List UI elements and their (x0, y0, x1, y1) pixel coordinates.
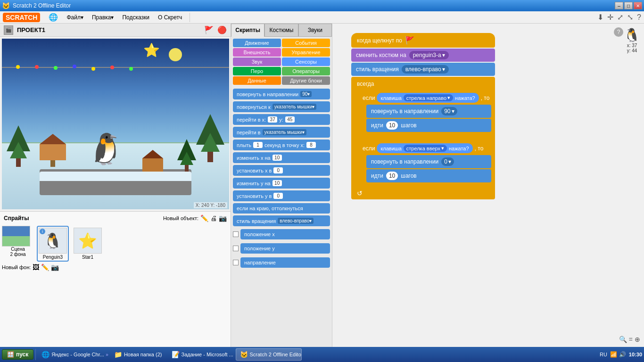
help-icon[interactable]: ? (637, 13, 641, 22)
set-y-input[interactable]: 0 (273, 193, 283, 199)
taskbar-item-scratch[interactable]: 🐱 Scratch 2 Offline Editor (236, 348, 302, 361)
tab-scripts[interactable]: Скрипты (231, 24, 264, 37)
turn-block-1[interactable]: повернуть в направлении 90 ▾ (366, 105, 491, 118)
block-go-to-xy[interactable]: перейти в x: 37 y: 45 (233, 114, 330, 125)
costume-dropdown[interactable]: penguin3-a ▾ (409, 51, 449, 59)
cat-operators[interactable]: Операторы (282, 67, 330, 75)
block-change-y[interactable]: изменить у на 10 (233, 178, 330, 189)
turn-direction-dropdown[interactable]: 90▾ (300, 91, 312, 97)
cat-sensing[interactable]: Сенсоры (282, 58, 330, 66)
glide-x-input[interactable]: 8 (306, 142, 316, 148)
forever-block[interactable]: всегда если клавиша стрелка направо (351, 77, 495, 199)
stop-button[interactable]: 🔴 (217, 25, 227, 34)
rotation-style-dropdown[interactable]: влево-вправо▾ (278, 218, 314, 224)
glide-sec-input[interactable]: 1 (253, 142, 263, 148)
minimize-button[interactable]: – (615, 2, 623, 9)
cat-events[interactable]: События (282, 39, 330, 47)
help-button[interactable]: ? (614, 27, 623, 37)
goto-y-input[interactable]: 45 (285, 116, 295, 123)
cat-more[interactable]: Другие блоки (282, 76, 330, 85)
block-pos-y[interactable]: положение у (240, 243, 330, 254)
block-turn-direction[interactable]: повернуть в направлении 90▾ (233, 89, 330, 99)
language-menu[interactable]: 🌐 (45, 11, 62, 23)
key-dropdown-1[interactable]: стрелка направо ▾ (404, 94, 453, 101)
tab-costumes[interactable]: Костюмы (264, 24, 298, 37)
cat-motion[interactable]: Движение (233, 39, 281, 47)
if-block-2[interactable]: если клавиша стрелка вверх ▾ нажата? , т… (359, 140, 493, 189)
move-block-1[interactable]: идти 10 шагов (366, 119, 491, 132)
project-title[interactable]: ПРОЕКТ1 (17, 26, 200, 33)
maximize-button[interactable]: □ (624, 2, 633, 9)
block-direction[interactable]: направление (240, 257, 330, 268)
pos-y-checkbox[interactable] (233, 246, 239, 251)
move-block-2[interactable]: идти 10 шагов (366, 169, 491, 182)
pos-x-checkbox[interactable] (233, 231, 239, 237)
move-input-2[interactable]: 10 (386, 172, 398, 180)
taskbar-item-chrome[interactable]: 🌐 Яндекс - Google Chr... (38, 348, 104, 361)
block-rotation-style[interactable]: стиль вращения влево-вправо▾ (233, 215, 330, 226)
file-menu[interactable]: Файл▾ (63, 13, 87, 22)
stamp-sprite-icon[interactable]: 🖨 (210, 214, 217, 222)
block-set-x[interactable]: установить х в 0 (233, 165, 330, 176)
block-change-x[interactable]: изменить х на 10 (233, 152, 330, 163)
turn-dropdown-1[interactable]: 90 ▾ (441, 107, 457, 115)
cat-control[interactable]: Управление (282, 48, 330, 57)
tab-sounds[interactable]: Звуки (298, 24, 332, 37)
turn-block-2[interactable]: повернуть в направлении 0 ▾ (366, 155, 491, 168)
taskbar-item-word[interactable]: 📝 Задание - Microsoft ... (168, 348, 234, 361)
paint-bg-icon[interactable]: 🖼 (33, 263, 39, 271)
move-input-1[interactable]: 10 (386, 121, 398, 130)
green-flag-button[interactable]: 🚩 (204, 25, 214, 34)
edit-menu[interactable]: Правка▾ (88, 13, 118, 22)
penguin-sprite[interactable]: 🐧 (87, 132, 124, 167)
block-glide[interactable]: плыть 1 секунд в точку x: 8 (233, 140, 330, 150)
paint-sprite-icon[interactable]: ✏️ (200, 214, 208, 222)
expand-icon[interactable]: ⤢ (617, 13, 623, 22)
key-sensing-1[interactable]: клавиша стрелка направо ▾ нажата? (377, 93, 479, 103)
zoom-in-button[interactable]: 🔍 (619, 336, 627, 343)
about-menu[interactable]: О Скретч (154, 13, 186, 22)
direction-checkbox[interactable] (233, 260, 239, 265)
download-icon[interactable]: ⬇ (597, 13, 603, 22)
script-canvas[interactable]: 🐧 x: 37 y: 44 ? когда щелкнут по 🚩 смени… (332, 24, 644, 347)
sprite-penguin3[interactable]: i 🐧 Penguin3 (37, 226, 69, 262)
block-bounce[interactable]: если на краю, оттолкнуться (233, 203, 330, 214)
taskbar-item-folder[interactable]: 📁 Новая папка (2) (110, 348, 166, 361)
zoom-reset-button[interactable]: = (629, 336, 633, 343)
fullscreen-icon[interactable]: ✛ (607, 13, 613, 22)
more-taskbar-items[interactable]: » (106, 352, 108, 357)
zoom-out-button[interactable]: ⊕ (635, 336, 640, 343)
rotation-style-block[interactable]: стиль вращения влево-вправо ▾ (351, 63, 495, 76)
collapse-icon[interactable]: ⤡ (627, 13, 633, 22)
set-costume-block[interactable]: сменить костюм на penguin3-a ▾ (351, 49, 495, 62)
set-x-input[interactable]: 0 (273, 167, 283, 173)
change-y-input[interactable]: 10 (272, 180, 282, 186)
cat-data[interactable]: Данные (233, 76, 281, 85)
sprite-star1[interactable]: ⭐ Star1 (72, 226, 104, 262)
key-dropdown-2[interactable]: стрелка вверх ▾ (404, 145, 447, 152)
key-sensing-2[interactable]: клавиша стрелка вверх ▾ нажата? (377, 143, 472, 153)
block-go-to[interactable]: перейти в указатель мышки▾ (233, 127, 330, 138)
sprite-icons: ✏️ 🖨 📷 (200, 214, 227, 222)
go-to-dropdown[interactable]: указатель мышки▾ (263, 129, 307, 135)
tips-menu[interactable]: Подсказки (118, 13, 153, 22)
upload-bg-icon[interactable]: ✏️ (41, 263, 49, 271)
goto-x-input[interactable]: 37 (268, 116, 277, 123)
cat-sound[interactable]: Звук (233, 58, 281, 66)
rotation-dropdown[interactable]: влево-вправо ▾ (402, 65, 449, 74)
scene-item[interactable]: Сцена 2 фона (2, 226, 34, 262)
point-towards-dropdown[interactable]: указатель мышки▾ (272, 104, 317, 110)
block-pos-x[interactable]: положение х (240, 229, 330, 239)
when-flag-block[interactable]: когда щелкнут по 🚩 (351, 33, 495, 48)
close-button[interactable]: ✕ (634, 2, 642, 9)
change-x-input[interactable]: 10 (272, 155, 282, 161)
block-point-towards[interactable]: повернуться к указатель мышки▾ (233, 101, 330, 112)
camera-bg-icon[interactable]: 📷 (51, 263, 59, 271)
turn-dropdown-2[interactable]: 0 ▾ (441, 157, 454, 166)
if-block-1[interactable]: если клавиша стрелка направо ▾ нажата? (359, 89, 493, 139)
cat-looks[interactable]: Внешность (233, 48, 281, 57)
cat-pen[interactable]: Перо (233, 67, 281, 75)
camera-sprite-icon[interactable]: 📷 (219, 214, 227, 222)
block-set-y[interactable]: установить у в 0 (233, 190, 330, 201)
start-button[interactable]: 🪟 пуск (2, 349, 33, 360)
